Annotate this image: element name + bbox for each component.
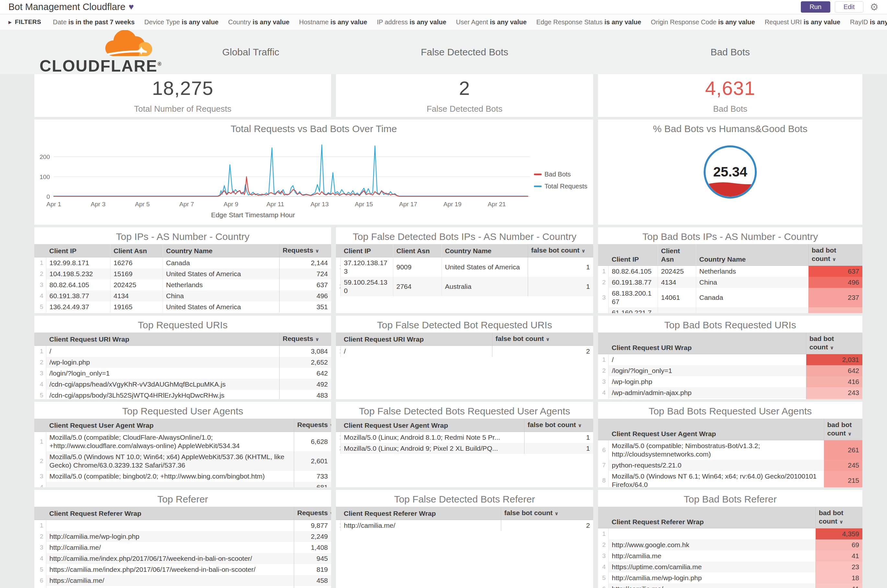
column-header[interactable]: Requests∨ bbox=[294, 507, 331, 520]
table-cell: 68.183.200.167 bbox=[608, 288, 658, 307]
column-header[interactable]: Client IP bbox=[46, 244, 110, 257]
table-cell: 59.100.254.130 bbox=[340, 277, 393, 296]
column-header[interactable]: Client Request User Agent Wrap bbox=[340, 418, 524, 432]
column-header[interactable]: Client Asn bbox=[110, 244, 162, 257]
column-header[interactable]: Client Request URI Wrap bbox=[608, 333, 806, 354]
column-header[interactable]: Requests∨ bbox=[279, 244, 331, 257]
column-header[interactable]: Client Request Referer Wrap bbox=[46, 507, 294, 520]
column-header[interactable]: Client IP bbox=[340, 244, 393, 257]
table-cell: China bbox=[696, 277, 808, 288]
table-cell: /wp-login.php bbox=[608, 376, 806, 387]
gauge-panel: % Bad Bots vs Humans&Good Bots 25.34 bbox=[598, 120, 862, 225]
filter-chip[interactable]: RayID is any value bbox=[850, 18, 887, 26]
column-header[interactable]: false bot count∨ bbox=[501, 507, 593, 520]
table-panel-bad-bot-referer: Top Bad Bots RefererClient Request Refer… bbox=[598, 490, 862, 588]
column-header[interactable]: Requests∨ bbox=[294, 418, 331, 432]
table-cell: 637 bbox=[808, 266, 862, 277]
column-header[interactable]: Requests∨ bbox=[279, 333, 331, 346]
filter-chip[interactable]: User Agent is any value bbox=[456, 18, 527, 26]
table-cell: /login/?login_only=1 bbox=[608, 365, 806, 376]
column-header[interactable]: bad bot count∨ bbox=[806, 333, 862, 354]
column-header[interactable]: Country Name bbox=[696, 244, 808, 266]
filter-chip[interactable]: Request URI is any value bbox=[765, 18, 840, 26]
column-header[interactable]: Client Request Referer Wrap bbox=[608, 507, 815, 528]
cloudflare-cloud-icon bbox=[103, 30, 165, 58]
table-cell: 2,601 bbox=[294, 452, 331, 471]
svg-text:Apr 15: Apr 15 bbox=[355, 201, 373, 207]
row-number: 2 bbox=[598, 539, 608, 550]
table-cell: 2,652 bbox=[279, 357, 331, 368]
table-row: 5136.24.49.3719165United States of Ameri… bbox=[35, 302, 331, 312]
column-header[interactable]: Client Asn bbox=[658, 244, 696, 266]
column-header[interactable]: Client Request Referer Wrap bbox=[340, 507, 501, 520]
svg-text:Apr 3: Apr 3 bbox=[91, 201, 105, 207]
filter-chip[interactable]: Hostname is any value bbox=[299, 18, 367, 26]
legend-swatch-blue bbox=[534, 186, 542, 187]
filter-chip[interactable]: Origin Response Code is any value bbox=[651, 18, 755, 26]
filters-toggle[interactable]: ▶ FILTERS bbox=[8, 18, 41, 26]
panel-title: Top False Detected Bots IPs - AS Number … bbox=[336, 227, 593, 243]
run-button[interactable]: Run bbox=[801, 1, 830, 13]
column-header[interactable]: Client IP bbox=[608, 244, 658, 266]
row-number-header bbox=[598, 507, 608, 528]
table-row: 1192.99.8.17116276Canada2,144 bbox=[35, 257, 331, 269]
panel-title: Top False Detected Bots Requested User A… bbox=[336, 402, 593, 417]
gear-icon[interactable]: ⚙ bbox=[870, 2, 879, 12]
table-cell: Mozilla/5.0 (Linux; Android 9; Pixel 2 X… bbox=[340, 443, 524, 454]
table-row: 368.183.200.16714061Canada237 bbox=[598, 288, 862, 307]
column-header[interactable]: Client Request URI Wrap bbox=[46, 333, 279, 346]
sort-chevron-icon: ∨ bbox=[546, 336, 550, 342]
row-number: 4 bbox=[35, 291, 46, 302]
column-header[interactable]: false bot count∨ bbox=[528, 244, 593, 257]
filter-chip[interactable]: Country is any value bbox=[228, 18, 289, 26]
filter-chip[interactable]: Device Type is any value bbox=[144, 18, 219, 26]
legend-item-total-requests[interactable]: Total Requests bbox=[534, 183, 587, 190]
column-header[interactable]: bad bot count∨ bbox=[808, 244, 862, 266]
edit-button[interactable]: Edit bbox=[835, 1, 863, 13]
column-header[interactable]: bad bot count∨ bbox=[815, 507, 862, 528]
title-bar: Bot Management Cloudflare ♥ Run Edit ⚙ bbox=[0, 0, 887, 14]
legend-item-bad-bots[interactable]: Bad Bots bbox=[534, 171, 587, 178]
table-row: 259.100.254.1302764Australia1 bbox=[336, 277, 593, 296]
table-panel-top-uris: Top Requested URIsClient Request URI Wra… bbox=[35, 316, 331, 399]
table-cell: Mozilla/5.0 (Windows NT 10.0; Win64; x64… bbox=[46, 452, 294, 471]
column-header[interactable]: Client Request URI Wrap bbox=[340, 333, 492, 346]
table-row: 4681 bbox=[35, 482, 331, 487]
row-number: 1 bbox=[35, 432, 46, 452]
column-header[interactable]: Client Request User Agent Wrap bbox=[608, 418, 824, 440]
row-number-header bbox=[598, 418, 608, 440]
band-title-bad-bots: Bad Bots bbox=[598, 46, 862, 58]
table-cell: 681 bbox=[294, 482, 331, 487]
data-table: Client Request User Agent WrapRequests∨1… bbox=[35, 418, 331, 487]
table-cell: Mozilla/5.0 (Windows NT 6.1; Win64; x64;… bbox=[608, 471, 824, 487]
table-cell: 192.99.8.171 bbox=[46, 257, 110, 269]
panel-title: Top Bad Bots IPs - AS Number - Country bbox=[598, 227, 862, 243]
table-row: 2/login/?login_only=1642 bbox=[598, 365, 862, 376]
table-row: 460.191.38.774134China496 bbox=[35, 291, 331, 302]
column-header[interactable]: Country Name bbox=[162, 244, 279, 257]
kpi-value: 18,275 bbox=[152, 77, 213, 99]
kpi-label: False Detected Bots bbox=[427, 104, 502, 114]
column-header[interactable]: Client Request User Agent Wrap bbox=[46, 418, 294, 432]
column-header[interactable]: Client Asn bbox=[393, 244, 442, 257]
row-number: 4 bbox=[35, 553, 46, 564]
table-cell: 41 bbox=[815, 550, 862, 561]
table-panel-bad-bot-user-agents: Top Bad Bots Requested User AgentsClient… bbox=[598, 402, 862, 487]
table-cell: /cdn-cgi/apps/body/3Lh52SjWTQ4HRlErJykHq… bbox=[46, 390, 279, 399]
table-cell: 1 bbox=[528, 257, 593, 277]
filter-chip[interactable]: IP address is any value bbox=[377, 18, 446, 26]
row-number: 5 bbox=[598, 398, 608, 399]
column-header[interactable]: false bot count∨ bbox=[492, 333, 593, 346]
table-cell: 237 bbox=[808, 288, 862, 307]
table-cell: 4,359 bbox=[815, 528, 862, 540]
row-number: 4 bbox=[35, 379, 46, 390]
column-header[interactable]: bad bot count∨ bbox=[824, 418, 862, 440]
row-number: 6 bbox=[598, 584, 608, 588]
column-header[interactable]: Country Name bbox=[442, 244, 528, 257]
table-cell: 724 bbox=[279, 268, 331, 279]
filter-chip[interactable]: Edge Response Status is any value bbox=[537, 18, 642, 26]
filter-chip[interactable]: Date is in the past 7 weeks bbox=[53, 18, 134, 26]
column-header[interactable]: false bot count∨ bbox=[524, 418, 593, 432]
table-panel-bad-bot-ips: Top Bad Bots IPs - AS Number - CountryCl… bbox=[598, 227, 862, 313]
row-number-header bbox=[336, 418, 340, 432]
